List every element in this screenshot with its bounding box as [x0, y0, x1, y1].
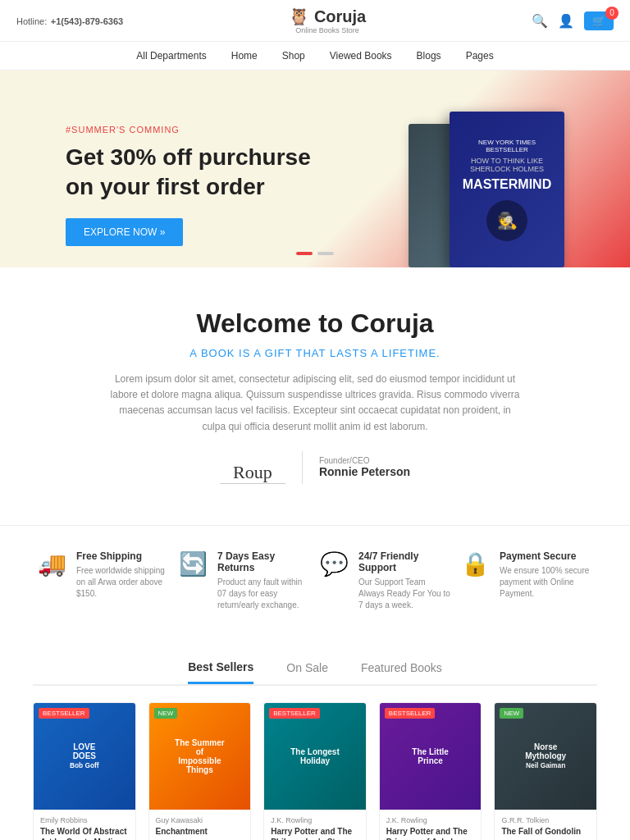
book-card-5[interactable]: NorseMythologyNeil Gaiman NEW G.R.R. Tol… [494, 702, 597, 840]
hotline-number: +1(543)-879-6363 [51, 16, 123, 26]
book-card-3[interactable]: The LongestHoliday BESTSELLER J.K. Rowli… [263, 702, 367, 840]
book-2-author: Guy Kawasaki [156, 816, 244, 824]
tab-bestsellers[interactable]: Best Sellers [188, 660, 253, 684]
hero-tag: #SUMMER'S COMMING [66, 125, 315, 135]
books-section: Best Sellers On Sale Featured Books LOVE… [0, 636, 630, 840]
nav-all-departments[interactable]: All Departments [136, 50, 206, 62]
welcome-section: Welcome to Coruja A BOOK IS A GIFT THAT … [0, 267, 630, 525]
cart-badge: 0 [605, 7, 619, 20]
feature-support-title: 24/7 Friendly Support [358, 550, 451, 573]
welcome-title: Welcome to Coruja [66, 308, 564, 339]
nav-home[interactable]: Home [231, 50, 258, 62]
nav-pages[interactable]: Pages [466, 50, 494, 62]
logo[interactable]: 🦉 Coruja Online Books Store [289, 7, 366, 34]
cart-icon: 🛒 [592, 15, 605, 27]
hero-image: NEW YORK TIMES BESTSELLER HOW TO THINK L… [315, 103, 564, 267]
founder-role: Founder/CEO [319, 456, 410, 465]
topbar: Hotline: +1(543)-879-6363 🦉 Coruja Onlin… [0, 0, 630, 42]
hero-title: Get 30% off purchurse on your first orde… [66, 143, 315, 203]
feature-returns-text: Product any fault within 07 days for eas… [217, 577, 310, 611]
tab-featured[interactable]: Featured Books [361, 660, 442, 684]
feature-payment-text: We ensure 100% secure payment with Onlin… [500, 565, 592, 600]
hotline-label: Hotline: [16, 16, 47, 26]
signature-image: Roup [220, 451, 285, 484]
book-card-1[interactable]: LOVEDOESBob Goff BESTSELLER Emily Robbin… [33, 702, 136, 840]
main-nav: All Departments Home Shop Viewed Books B… [0, 42, 630, 71]
book-sub: HOW TO THINK LIKE SHERLOCK HOLMES [458, 157, 556, 173]
founder-name: Ronnie Peterson [319, 465, 410, 478]
divider [302, 451, 303, 484]
book-card-4[interactable]: The LittlePrince BESTSELLER J.K. Rowling… [379, 702, 482, 840]
book-main-title: MASTERMIND [463, 177, 551, 192]
feature-returns-title: 7 Days Easy Returns [217, 550, 310, 573]
nav-blogs[interactable]: Blogs [417, 50, 441, 62]
support-icon: 💬 [320, 550, 349, 578]
feature-shipping-title: Free Shipping [76, 550, 169, 562]
book-2-name: Enchantment [156, 826, 244, 837]
hero-dots [296, 252, 334, 255]
badge-2: NEW [154, 708, 178, 719]
book-1-cover: LOVEDOESBob Goff [34, 703, 135, 810]
explore-button[interactable]: EXPLORE NOW » [66, 218, 183, 246]
user-icon[interactable]: 👤 [558, 13, 574, 29]
feature-payment: 🔒 Payment Secure We ensure 100% secure p… [461, 550, 592, 611]
book-4-cover: The LittlePrince [380, 703, 482, 810]
feature-payment-title: Payment Secure [500, 550, 592, 562]
feature-support-text: Our Support Team Always Ready For You to… [358, 577, 451, 611]
book-1-name: The World Of Abstract Art by Create Medi… [40, 826, 129, 840]
badge-3: BESTSELLER [269, 708, 320, 719]
book-silhouette: 🕵️ [486, 200, 527, 241]
logo-subtitle: Online Books Store [295, 26, 359, 34]
features-section: 🚚 Free Shipping Free worldwide shipping … [0, 525, 630, 636]
shipping-icon: 🚚 [38, 550, 66, 578]
nav-shop[interactable]: Shop [282, 50, 305, 62]
welcome-description: Lorem ipsum dolor sit amet, consectetur … [110, 372, 520, 435]
book-3-author: J.K. Rowling [271, 816, 359, 824]
books-row-1: LOVEDOESBob Goff BESTSELLER Emily Robbin… [33, 702, 597, 840]
signature-area: Roup Founder/CEO Ronnie Peterson [66, 451, 564, 484]
book-3-cover: The LongestHoliday [264, 703, 366, 810]
topbar-actions: 🔍 👤 🛒 0 [532, 11, 614, 30]
book-4-author: J.K. Rowling [386, 816, 475, 824]
book-4-name: Harry Potter and The Prisoner of Azkaban [386, 826, 475, 840]
book-5-author: G.R.R. Tolkien [501, 816, 590, 824]
hero-content: #SUMMER'S COMMING Get 30% off purchurse … [66, 125, 315, 247]
book-2-cover: The SummerofImpossibleThings [149, 703, 251, 810]
feature-shipping: 🚚 Free Shipping Free worldwide shipping … [38, 550, 169, 611]
founder-info: Founder/CEO Ronnie Peterson [319, 456, 410, 478]
badge-1: BESTSELLER [39, 708, 89, 719]
feature-returns: 🔄 7 Days Easy Returns Product any fault … [179, 550, 310, 611]
book-3-name: Harry Potter and The Philosopher's Stone [271, 826, 359, 840]
payment-icon: 🔒 [461, 550, 490, 578]
hero-dot-2[interactable] [317, 252, 334, 255]
tabs-nav: Best Sellers On Sale Featured Books [33, 660, 597, 686]
returns-icon: 🔄 [179, 550, 208, 578]
logo-text: Coruja [314, 7, 366, 26]
badge-4: BESTSELLER [385, 708, 436, 719]
nav-viewed-books[interactable]: Viewed Books [330, 50, 392, 62]
logo-icon: 🦉 [289, 7, 309, 26]
cart-button[interactable]: 🛒 0 [584, 11, 614, 30]
feature-support: 💬 24/7 Friendly Support Our Support Team… [320, 550, 451, 611]
search-icon[interactable]: 🔍 [532, 13, 548, 29]
hero-dot-1[interactable] [296, 252, 313, 255]
hotline: Hotline: +1(543)-879-6363 [16, 13, 123, 28]
book-card-2[interactable]: The SummerofImpossibleThings NEW Guy Kaw… [148, 702, 252, 840]
book-5-name: The Fall of Gondolin [501, 826, 590, 837]
tab-onsale[interactable]: On Sale [286, 660, 328, 684]
hero-section: #SUMMER'S COMMING Get 30% off purchurse … [0, 71, 630, 267]
badge-5: NEW [500, 708, 523, 719]
book-1-author: Emily Robbins [40, 816, 129, 824]
welcome-subtitle: A BOOK IS A GIFT THAT LASTS A LIFETIME. [66, 347, 564, 359]
feature-shipping-text: Free worldwide shipping on all Arwa orde… [76, 565, 169, 600]
book-front: NEW YORK TIMES BESTSELLER HOW TO THINK L… [450, 112, 564, 267]
book-5-cover: NorseMythologyNeil Gaiman [495, 703, 596, 810]
